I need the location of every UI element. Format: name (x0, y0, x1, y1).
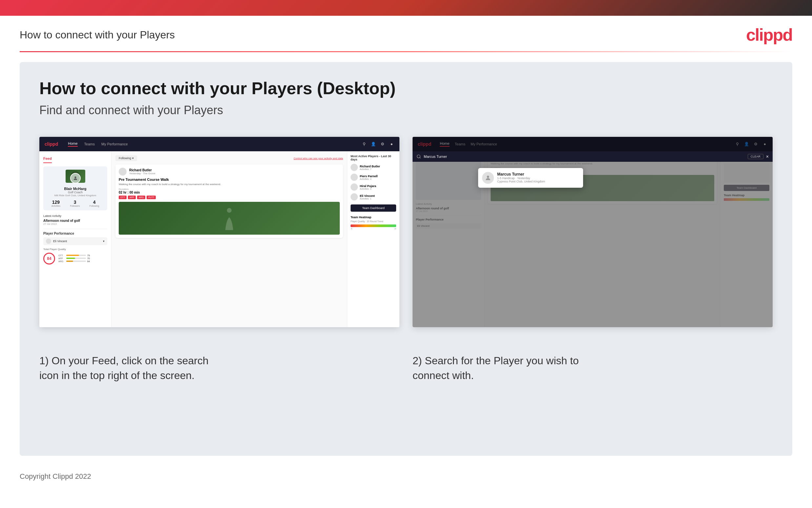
quality-score: 84 (43, 253, 55, 264)
nav-home[interactable]: Home (68, 141, 78, 147)
svg-point-3 (487, 176, 489, 178)
post-meta: Yesterday · The Grove (129, 172, 155, 175)
app-fill (66, 258, 75, 259)
player-avatar-2 (350, 174, 358, 181)
player-list-item-4: Eli Vincent Activities: 1 (350, 193, 396, 201)
post-title: Pre Tournament Course Walk (119, 177, 340, 181)
instruction-text-2: 2) Search for the Player you wish to con… (413, 353, 583, 383)
search-result-club: Cypress Point Club, United Kingdom (497, 180, 545, 183)
player-info-3: Hiral Pujara Activities: 3 (360, 184, 376, 190)
search-result-card[interactable]: Marcus Turner 1-5 Handicap · Yesterday C… (478, 168, 583, 188)
tag-app: APP (128, 196, 136, 199)
app-number: 70 (87, 257, 90, 260)
player-activities-4: Activities: 1 (360, 198, 375, 200)
most-active-title: Most Active Players - Last 30 days (350, 155, 396, 161)
following-stat: 4 Following (90, 200, 99, 207)
duration-label: Duration (119, 188, 340, 190)
ott-number: 79 (87, 254, 90, 257)
player-activities-3: Activities: 3 (360, 188, 376, 190)
search-bar-container: Marcus Turner CLEAR × (413, 151, 773, 162)
player-dropdown-name: Eli Vincent (53, 240, 67, 243)
ott-fill (66, 255, 79, 256)
following-button[interactable]: Following ▾ (115, 155, 137, 161)
quality-section: 84 OTT 79 APP 70 (43, 253, 107, 264)
footer: Copyright Clippd 2022 (0, 466, 812, 487)
player-info-4: Eli Vincent Activities: 1 (360, 194, 375, 200)
heatmap-bar (350, 224, 396, 227)
instructions-row: 1) On your Feed, click on the search ico… (39, 344, 773, 383)
activity-name: Afternoon round of golf (43, 219, 107, 222)
player-list-item-3: Hiral Pujara Activities: 3 (350, 183, 396, 190)
post-header: Richard Butler Yesterday · The Grove (119, 168, 340, 176)
main-subtitle: Find and connect with your Players (39, 103, 773, 117)
nav-icons: ⚲ 👤 ⚙ ● (362, 141, 394, 147)
post-card: Richard Butler Yesterday · The Grove Pre… (115, 164, 343, 238)
app-bar-row: APP 70 (58, 257, 90, 260)
heatmap-subtitle: Player Quality · 20 Round Trend (350, 220, 396, 222)
player-activities-2: Activities: 4 (360, 178, 378, 180)
svg-point-2 (417, 155, 420, 158)
heatmap-title: Team Heatmap (350, 216, 396, 219)
activities-stat: 129 Activities (51, 200, 61, 207)
player-list-item-2: Piers Parnell Activities: 4 (350, 174, 396, 181)
search-bar-icon (417, 154, 421, 159)
page-title: How to connect with your Players (20, 29, 175, 41)
top-bar (0, 0, 812, 16)
player-avatar-1 (350, 164, 358, 171)
ott-label: OTT (58, 254, 65, 257)
search-result-handicap: 1-5 Handicap · Yesterday (497, 176, 545, 180)
stats-row: 129 Activities 3 Followers 4 Following (47, 200, 104, 207)
search-icon[interactable]: ⚲ (362, 141, 367, 147)
feed-tab[interactable]: Feed (43, 157, 52, 163)
screenshot-1: clippd Home Teams My Performance ⚲ 👤 ⚙ ● (39, 137, 399, 327)
player-mini-avatar (46, 239, 51, 244)
search-clear-button[interactable]: CLEAR (748, 154, 763, 159)
svg-point-0 (75, 176, 76, 178)
main-title: How to connect with your Players (Deskto… (39, 78, 773, 98)
nav-teams[interactable]: Teams (84, 142, 95, 146)
arg-label: ARG (58, 260, 65, 262)
footer-text: Copyright Clippd 2022 (20, 472, 91, 480)
profile-avatar (70, 173, 81, 183)
app-screenshot-2: clippd Home Teams My Performance ⚲ 👤 ⚙ ● (413, 137, 773, 327)
instruction-text-1: 1) On your Feed, click on the search ico… (39, 353, 210, 383)
player-dropdown[interactable]: Eli Vincent ▾ (43, 237, 107, 245)
player-avatar-3 (350, 183, 358, 190)
post-user-info: Richard Butler Yesterday · The Grove (129, 168, 155, 175)
nav-my-performance[interactable]: My Performance (101, 142, 128, 146)
app-label: APP (58, 257, 65, 260)
player-avatar-4 (350, 193, 358, 201)
player-activities-1: Activities: 7 (360, 168, 380, 170)
app-content-1: Feed Blair McHarg (39, 151, 399, 327)
screenshot-2: clippd Home Teams My Performance ⚲ 👤 ⚙ ● (413, 137, 773, 327)
arg-number: 64 (87, 260, 90, 262)
instruction-1: 1) On your Feed, click on the search ico… (39, 344, 399, 383)
team-dashboard-button[interactable]: Team Dashboard (350, 205, 396, 212)
arg-bar-row: ARG 64 (58, 260, 90, 262)
people-icon[interactable]: 👤 (371, 141, 376, 147)
heatmap-high: +5 (394, 228, 396, 230)
player-name-1: Richard Butler (360, 165, 380, 168)
app-nav-1: clippd Home Teams My Performance ⚲ 👤 ⚙ ● (39, 137, 399, 151)
header-divider (20, 51, 792, 52)
tag-putt: PUTT (147, 196, 156, 199)
followers-stat: 3 Followers (70, 200, 80, 207)
arg-fill (66, 261, 73, 262)
dropdown-arrow: ▾ (103, 240, 105, 243)
control-link[interactable]: Control who can see your activity and da… (293, 157, 343, 160)
search-close-button[interactable]: × (766, 154, 769, 159)
post-duration: 02 hr : 00 min (119, 190, 340, 194)
player-info-1: Richard Butler Activities: 7 (360, 165, 380, 170)
post-image (119, 202, 340, 235)
profile-role: Golf Coach (47, 190, 104, 194)
heatmap-markers: -5 +5 (350, 228, 396, 230)
search-overlay (413, 137, 773, 327)
player-info-2: Piers Parnell Activities: 4 (360, 175, 378, 180)
main-content: How to connect with your Players (Deskto… (20, 62, 792, 456)
tag-arg: ARG (137, 196, 145, 199)
avatar-icon[interactable]: ● (389, 141, 394, 147)
settings-icon[interactable]: ⚙ (380, 141, 385, 147)
search-input-value[interactable]: Marcus Turner (424, 155, 745, 159)
profile-card: Blair McHarg Golf Coach Mill Ride Golf C… (43, 166, 107, 210)
player-performance-title: Player Performance (43, 229, 107, 235)
